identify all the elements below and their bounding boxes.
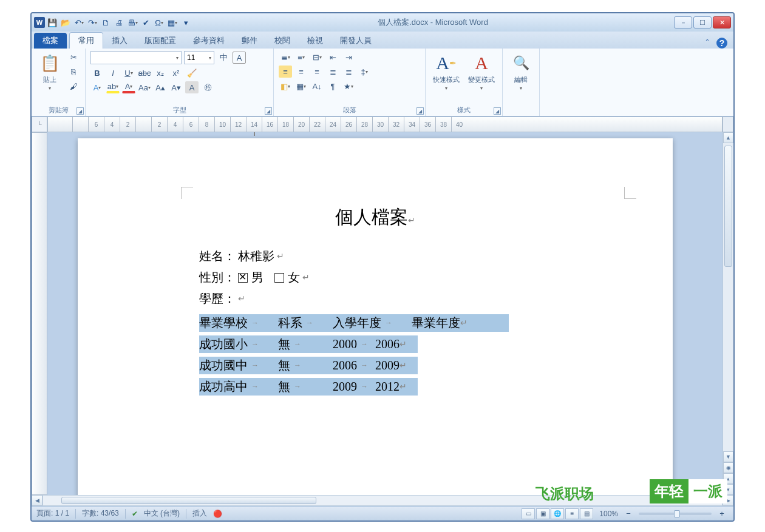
change-case-icon[interactable]: Aa▾ bbox=[138, 81, 151, 93]
zoom-level[interactable]: 100% bbox=[599, 510, 618, 518]
distribute-icon[interactable]: ≣ bbox=[342, 66, 355, 78]
print-preview-icon[interactable]: 🖨 bbox=[113, 16, 125, 29]
horizontal-ruler[interactable]: 642246810121416182022242628303234363840 bbox=[47, 116, 722, 132]
numbering-icon[interactable]: ≡▾ bbox=[294, 51, 308, 63]
char-border-icon[interactable]: A bbox=[233, 52, 246, 64]
change-styles-button[interactable]: A 變更樣式 ▾ bbox=[466, 51, 497, 92]
close-button[interactable]: ✕ bbox=[713, 16, 731, 29]
bold-button[interactable]: B bbox=[90, 67, 104, 79]
align-left-icon[interactable]: ≡ bbox=[279, 66, 292, 78]
phonetic-guide-icon[interactable]: 中 bbox=[217, 52, 230, 64]
copy-icon[interactable]: ⎘ bbox=[67, 66, 80, 78]
qat-customize-icon[interactable]: ▾ bbox=[180, 16, 192, 29]
enclose-char-icon[interactable]: ㊕ bbox=[201, 81, 214, 93]
scroll-down-icon[interactable]: ▼ bbox=[723, 451, 733, 462]
font-name-combo[interactable]: ▾ bbox=[90, 51, 182, 64]
paste-button[interactable]: 📋 貼上 ▾ bbox=[36, 51, 63, 92]
document-viewport[interactable]: ↖ 個人檔案↵ 姓名：林稚影↵ 性別： 男 女 ↵ 學歷：↵ bbox=[47, 132, 722, 495]
proofing-icon[interactable]: ✔ bbox=[132, 510, 138, 518]
editing-button[interactable]: 🔍 編輯 ▾ bbox=[508, 51, 534, 92]
minimize-ribbon-icon[interactable]: ˆ bbox=[702, 38, 713, 49]
zoom-slider[interactable] bbox=[639, 513, 712, 515]
word-app-icon[interactable]: W bbox=[34, 17, 45, 28]
cut-icon[interactable]: ✂ bbox=[67, 51, 80, 63]
scroll-thumb[interactable] bbox=[724, 146, 732, 267]
clear-format-icon[interactable]: 🧹 bbox=[185, 67, 199, 79]
macro-record-icon[interactable]: 🔴 bbox=[213, 510, 222, 518]
print-layout-view-icon[interactable]: ▭ bbox=[522, 508, 535, 519]
grow-font-icon[interactable]: A▴ bbox=[154, 81, 167, 93]
tab-view[interactable]: 檢視 bbox=[299, 33, 332, 49]
underline-button[interactable]: U▾ bbox=[122, 67, 135, 79]
browse-object-icon[interactable]: ◉ bbox=[723, 462, 733, 473]
vertical-scrollbar[interactable]: ▲ ▼ ◉ ▴ ▾ bbox=[722, 132, 733, 495]
horizontal-scrollbar[interactable]: ◀ ▶ bbox=[32, 495, 733, 506]
align-center-icon[interactable]: ≡ bbox=[294, 66, 308, 78]
outline-view-icon[interactable]: ≡ bbox=[565, 508, 579, 519]
font-launcher-icon[interactable]: ◢ bbox=[265, 107, 272, 115]
redo-icon[interactable]: ↷▾ bbox=[86, 16, 98, 29]
quick-styles-button[interactable]: A✒ 快速樣式 ▾ bbox=[430, 51, 462, 92]
status-insert-mode[interactable]: 插入 bbox=[192, 508, 207, 519]
symbol-omega-icon[interactable]: Ω▾ bbox=[153, 16, 165, 29]
clipboard-launcher-icon[interactable]: ◢ bbox=[76, 107, 84, 115]
asian-layout-icon[interactable]: ★▾ bbox=[342, 80, 355, 92]
status-word-count[interactable]: 字數: 43/63 bbox=[82, 508, 119, 519]
tab-developer[interactable]: 開發人員 bbox=[332, 33, 380, 49]
line-spacing-icon[interactable]: ‡▾ bbox=[358, 66, 371, 78]
font-size-combo[interactable]: 11▾ bbox=[184, 51, 214, 64]
scroll-up-icon[interactable]: ▲ bbox=[723, 132, 733, 143]
bullets-icon[interactable]: ≣▾ bbox=[279, 51, 292, 63]
decrease-indent-icon[interactable]: ⇤ bbox=[326, 51, 339, 63]
tab-references[interactable]: 參考資料 bbox=[185, 33, 233, 49]
highlight-icon[interactable]: ab▾ bbox=[106, 81, 120, 93]
tab-review[interactable]: 校閱 bbox=[266, 33, 299, 49]
styles-launcher-icon[interactable]: ◢ bbox=[494, 107, 501, 115]
tab-mailings[interactable]: 郵件 bbox=[233, 33, 266, 49]
help-icon[interactable]: ? bbox=[716, 38, 727, 49]
scroll-left-icon[interactable]: ◀ bbox=[32, 495, 42, 506]
format-painter-icon[interactable]: 🖌 bbox=[67, 80, 80, 92]
char-shading-icon[interactable]: A bbox=[185, 81, 199, 93]
table-qat-icon[interactable]: ▦▾ bbox=[166, 16, 178, 29]
strikethrough-button[interactable]: abc bbox=[138, 67, 151, 79]
hscroll-thumb[interactable] bbox=[61, 497, 316, 504]
status-page[interactable]: 頁面: 1 / 1 bbox=[36, 508, 69, 519]
multilevel-icon[interactable]: ⊟▾ bbox=[310, 51, 324, 63]
tab-layout[interactable]: 版面配置 bbox=[136, 33, 185, 49]
subscript-button[interactable]: x₂ bbox=[154, 67, 167, 79]
draft-view-icon[interactable]: ▤ bbox=[580, 508, 593, 519]
shrink-font-icon[interactable]: A▾ bbox=[169, 81, 183, 93]
text-effects-icon[interactable]: A▾ bbox=[90, 81, 104, 93]
fullscreen-reading-view-icon[interactable]: ▣ bbox=[536, 508, 549, 519]
show-marks-icon[interactable]: ¶ bbox=[326, 80, 339, 92]
paragraph-launcher-icon[interactable]: ◢ bbox=[416, 107, 424, 115]
align-right-icon[interactable]: ≡ bbox=[310, 66, 324, 78]
minimize-button[interactable]: － bbox=[674, 16, 692, 29]
tab-home[interactable]: 常用 bbox=[69, 32, 103, 49]
superscript-button[interactable]: x² bbox=[169, 67, 183, 79]
status-language[interactable]: 中文 (台灣) bbox=[144, 508, 180, 519]
increase-indent-icon[interactable]: ⇥ bbox=[342, 51, 355, 63]
open-icon[interactable]: 📂 bbox=[59, 16, 72, 29]
web-layout-view-icon[interactable]: 🌐 bbox=[551, 508, 564, 519]
new-doc-icon[interactable]: 🗋 bbox=[100, 16, 112, 29]
ruler-toggle-icon[interactable] bbox=[722, 116, 733, 132]
zoom-in-icon[interactable]: + bbox=[715, 508, 729, 520]
justify-icon[interactable]: ≣ bbox=[326, 66, 339, 78]
tab-insert[interactable]: 插入 bbox=[103, 33, 136, 49]
shading-icon[interactable]: ◧▾ bbox=[279, 80, 292, 92]
spelling-icon[interactable]: ✔ bbox=[140, 16, 152, 29]
font-color-icon[interactable]: A▾ bbox=[122, 81, 135, 93]
maximize-button[interactable]: ☐ bbox=[693, 16, 712, 29]
tab-selector[interactable]: └ bbox=[32, 116, 47, 132]
zoom-out-icon[interactable]: − bbox=[622, 508, 635, 520]
tab-file[interactable]: 檔案 bbox=[34, 33, 67, 49]
vertical-ruler[interactable] bbox=[32, 132, 47, 495]
sort-icon[interactable]: A↓ bbox=[310, 80, 324, 92]
italic-button[interactable]: I bbox=[106, 67, 120, 79]
save-icon[interactable]: 💾 bbox=[46, 16, 58, 29]
borders-icon[interactable]: ▦▾ bbox=[294, 80, 308, 92]
undo-icon[interactable]: ↶▾ bbox=[73, 16, 85, 29]
quick-print-icon[interactable]: 🖶▾ bbox=[126, 16, 138, 29]
